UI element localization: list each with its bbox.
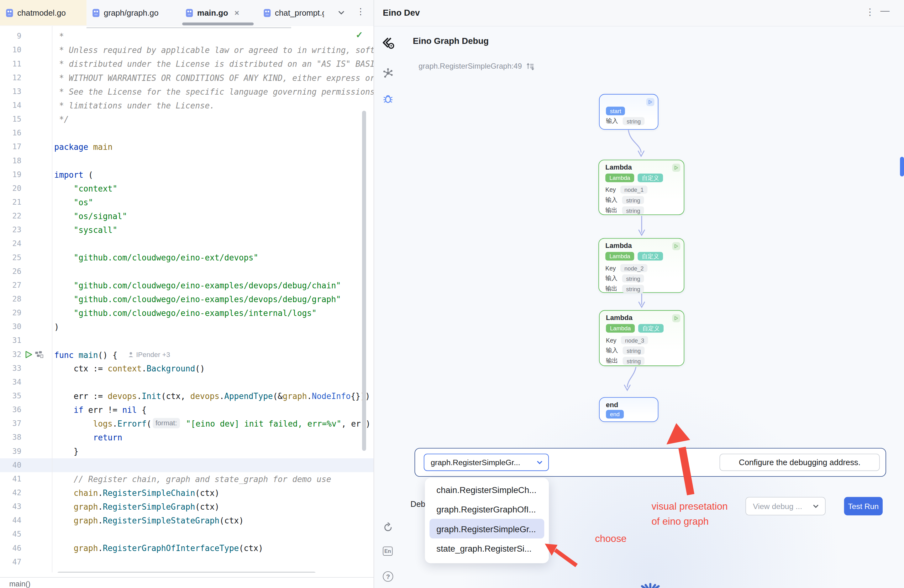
view-debug-select[interactable]: View debug ... [745,497,826,515]
code-text[interactable]: "github.com/cloudwego/eino-examples/devo… [52,278,374,292]
code-text[interactable]: "os" [52,196,374,209]
code-text[interactable]: func main() { IPender +3 [52,348,374,361]
code-text[interactable] [52,555,374,569]
code-text[interactable] [52,375,374,389]
code-text[interactable]: return [52,431,374,444]
code-line[interactable]: 30) [0,320,374,334]
sort-lines-icon[interactable] [526,62,535,70]
code-text[interactable]: logs.Errorf(format: "[eino dev] init fai… [52,417,374,431]
code-text[interactable]: } [52,444,374,458]
code-line[interactable]: 16 [0,126,374,140]
code-text[interactable] [52,528,374,541]
code-text[interactable]: err := devops.Init(ctx, devops.AppendTyp… [52,389,374,403]
code-text[interactable]: graph.RegisterSimpleGraph(ctx) [52,500,374,514]
eino-logo-icon[interactable] [381,36,395,51]
code-text[interactable]: package main [52,140,374,154]
code-text[interactable]: if err != nil { [52,403,374,417]
code-text[interactable]: * WITHOUT WARRANTIES OR CONDITIONS OF AN… [52,71,374,85]
code-line[interactable]: 9 * [0,30,374,43]
kebab-menu-icon[interactable]: ⋮ [356,6,365,17]
code-line[interactable]: 40 [0,458,374,472]
code-text[interactable]: graph.RegisterGraphOfInterfaceType(ctx) [52,541,374,555]
menu-item[interactable]: graph.RegisterGraphOfI... [430,499,544,519]
code-line[interactable]: 17package main [0,140,374,154]
code-text[interactable]: * [52,30,374,43]
panel-scrollbar-thumb[interactable] [900,157,904,177]
editor-horizontal-scrollbar[interactable] [57,572,316,573]
breadcrumb-item[interactable]: main() [9,579,30,588]
code-text[interactable] [52,126,374,140]
code-line[interactable]: 46 graph.RegisterGraphOfInterfaceType(ct… [0,541,374,555]
menu-item[interactable]: state_graph.RegisterSi... [430,539,544,558]
code-text[interactable]: import ( [52,168,374,182]
code-line[interactable]: 44 graph.RegisterSimpleStateGraph(ctx) [0,514,374,528]
code-line[interactable]: 14 * limitations under the License. [0,99,374,112]
debug-bug-icon[interactable] [382,93,394,104]
code-line[interactable]: 20 "context" [0,182,374,195]
inspections-ok-check-icon[interactable]: ✓ [356,30,363,40]
help-icon[interactable]: ? [383,571,393,582]
code-line[interactable]: 23 "syscall" [0,223,374,237]
node-play-icon[interactable] [672,314,681,322]
code-line[interactable]: 36 if err != nil { [0,403,374,417]
code-line[interactable]: 28 "github.com/cloudwego/eino-examples/d… [0,292,374,306]
graph-node-node_1[interactable]: LambdaLambda自定义Keynode_1输入string输出string [598,160,684,215]
test-run-button[interactable]: Test Run [844,497,883,515]
menu-item[interactable]: chain.RegisterSimpleCh... [430,479,544,499]
run-icon[interactable] [25,351,33,359]
code-line[interactable]: 18 [0,154,374,168]
code-line[interactable]: 31 [0,334,374,348]
code-line[interactable]: 39 } [0,444,374,458]
code-text[interactable]: "github.com/cloudwego/eino-examples/devo… [52,292,374,306]
code-line[interactable]: 25 "github.com/cloudwego/eino-ext/devops… [0,251,374,264]
minimize-icon[interactable]: — [880,6,890,16]
code-text[interactable]: // Register chain, graph and state_graph… [52,472,374,486]
code-text[interactable]: ctx := context.Background() [52,361,374,375]
code-line[interactable]: 42 chain.RegisterSimpleChain(ctx) [0,486,374,500]
editor-vertical-scrollbar[interactable] [362,111,366,451]
code-text[interactable]: ) [52,320,374,334]
code-text[interactable]: */ [52,112,374,126]
code-line[interactable]: 12 * WITHOUT WARRANTIES OR CONDITIONS OF… [0,71,374,85]
code-text[interactable] [52,458,374,472]
tab-chatmodel[interactable]: chatmodel.go [0,0,87,25]
code-line[interactable]: 24 [0,237,374,251]
code-line[interactable]: 33 ctx := context.Background() [0,361,374,375]
graph-node-node_3[interactable]: LambdaLambda自定义Keynode_3输入string输出string [599,310,684,366]
tab-main-go[interactable]: main.go × [180,0,258,25]
code-text[interactable]: * limitations under the License. [52,99,374,112]
breadcrumb[interactable]: main() [0,577,374,588]
code-line[interactable]: 19import ( [0,168,374,182]
code-line[interactable]: 32func main() { IPender +3 [0,348,374,361]
refresh-icon[interactable] [383,522,393,533]
code-text[interactable] [52,154,374,168]
tab-chat-prompt[interactable]: chat_prompt.go [258,0,330,25]
tab-scrollbar-thumb[interactable] [182,22,254,25]
code-vision-author[interactable]: IPender +3 [128,348,170,361]
menu-item[interactable]: graph.RegisterSimpleGr... [430,519,544,539]
code-line[interactable]: 11 * distributed under the License is di… [0,57,374,71]
node-play-icon[interactable] [672,242,681,250]
code-text[interactable]: "os/signal" [52,209,374,223]
code-line[interactable]: 37 logs.Errorf(format: "[eino dev] init … [0,417,374,431]
graph-node-node_2[interactable]: LambdaLambda自定义Keynode_2输入string输出string [598,238,684,293]
configure-address-button[interactable]: Configure the debugging address. [719,454,880,471]
profiler-icon[interactable] [35,351,43,358]
code-line[interactable]: 13 * See the License for the specific la… [0,85,374,98]
tab-graph-graph[interactable]: graph/graph.go [87,0,180,25]
graph-select[interactable]: graph.RegisterSimpleGr... [424,454,549,471]
translate-en-icon[interactable]: En [383,547,392,556]
code-text[interactable]: graph.RegisterSimpleStateGraph(ctx) [52,514,374,528]
code-line[interactable]: 34 [0,375,374,389]
code-text[interactable]: "context" [52,182,374,195]
code-text[interactable]: * See the License for the specific langu… [52,85,374,98]
code-line[interactable]: 41 // Register chain, graph and state_gr… [0,472,374,486]
close-icon[interactable]: × [234,8,239,17]
code-text[interactable] [52,237,374,251]
graph-node-start[interactable]: start输入string [599,94,658,130]
code-line[interactable]: 15 */ [0,112,374,126]
code-text[interactable]: chain.RegisterSimpleChain(ctx) [52,486,374,500]
node-play-icon[interactable] [646,98,654,106]
code-line[interactable]: 47 [0,555,374,569]
inlay-hint[interactable]: format: [153,418,180,428]
